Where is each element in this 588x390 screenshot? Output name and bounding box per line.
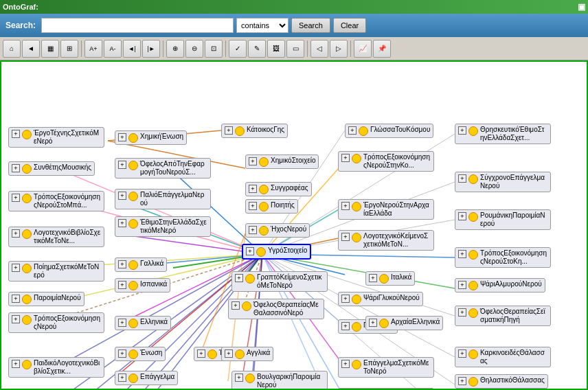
graph-node[interactable]: +ΧημικήΈνωση [115,130,187,145]
graph-node[interactable]: +ΌφελοςΘεραπείαςΣεϊσματικήΠηγή [455,306,551,326]
fit-button[interactable]: ⊡ [205,40,223,58]
node-expand-button[interactable]: + [348,126,357,135]
node-expand-button[interactable]: + [249,157,257,165]
graph-node[interactable]: +ΠαιδικόΛογοτεχνικόΒιβλίοΣχετικ... [8,357,104,378]
node-expand-button[interactable]: + [246,247,254,255]
node-expand-button[interactable]: + [118,281,126,289]
graph-node[interactable]: +ΠοίημαΣχετικόΜεΤοΝερό [8,261,104,282]
node-expand-button[interactable]: + [118,349,126,358]
graph-node[interactable]: +ΚάτοικοςΓης [221,124,288,138]
graph-node[interactable]: +ΘηλαστικόΘάλασσας [455,374,548,389]
window-controls[interactable]: ▣ [578,2,585,12]
font-larger-button[interactable]: A+ [84,40,102,58]
home-button[interactable]: ⌂ [3,40,21,58]
node-expand-button[interactable]: + [458,281,466,289]
pin-button[interactable]: 📌 [373,40,391,58]
chart-button[interactable]: 📈 [354,40,372,58]
graph-node[interactable]: +Ιταλικά [365,271,415,286]
node-expand-button[interactable]: + [458,250,466,258]
prev-button[interactable]: ◁ [310,40,328,58]
node-expand-button[interactable]: + [12,130,20,138]
node-expand-button[interactable]: + [118,260,126,268]
node-expand-button[interactable]: + [341,233,350,241]
node-expand-button[interactable]: + [249,185,257,193]
graph-node[interactable]: +ΥγρόΣτοιχείο [242,244,311,260]
node-expand-button[interactable]: + [341,360,350,368]
rect-button[interactable]: ▭ [286,40,304,58]
edit-button[interactable]: ✎ [248,40,266,58]
search-input[interactable] [41,18,234,33]
graph-node[interactable]: +Επάγγελμα [115,371,178,385]
node-expand-button[interactable]: + [458,174,466,183]
graph-node[interactable]: +ΤρόποςΕξοικονόμησηςΝερούΣτοΜπά... [8,191,104,211]
node-expand-button[interactable]: + [231,301,240,310]
graph-node[interactable]: +ΠαροιμίαΝερού [8,292,84,306]
check-button[interactable]: ✓ [229,40,247,58]
node-expand-button[interactable]: + [341,295,350,303]
node-expand-button[interactable]: + [118,319,126,327]
node-expand-button[interactable]: + [249,202,257,210]
node-expand-button[interactable]: + [12,194,20,202]
node-expand-button[interactable]: + [458,212,466,220]
zoom-out-button[interactable]: ⊖ [185,40,203,58]
graph-node[interactable]: +ΠαλιόΕπάγγελμαΝερού [115,189,211,209]
node-expand-button[interactable]: + [12,264,20,272]
align-right-button[interactable]: |► [142,40,160,58]
graph-node[interactable]: +ΈργοΝερούΣτηνΑρχαίαΕλλάδα [338,199,434,220]
node-expand-button[interactable]: + [197,349,205,358]
align-left-button[interactable]: ◄| [123,40,141,58]
graph-node[interactable]: +ΨάριΑλμυρούΝερού [455,278,545,292]
node-expand-button[interactable]: + [341,154,350,162]
graph-node[interactable]: +ΕπάγγελμαΣχετικόΜεΤοΝερό [338,357,434,378]
graph-node[interactable]: +ΉχοςΝερού [245,223,310,238]
graph-node[interactable]: +ΤρόποςΕξοικονόμησηςΝερούΣτοΚη... [455,247,551,268]
node-expand-button[interactable]: + [458,377,466,385]
node-expand-button[interactable]: + [458,308,466,317]
graph-node[interactable]: +Αγγλικά [221,347,273,361]
graph-node[interactable]: +ΑρχαίαΕλληνικά [365,316,443,330]
layout-button[interactable]: ⊞ [60,40,78,58]
node-expand-button[interactable]: + [458,349,466,358]
node-expand-button[interactable]: + [12,360,20,368]
node-expand-button[interactable]: + [12,315,20,323]
graph-node[interactable]: +ΛογοτεχνικόΒιβλίοΣχετικόΜεΤοΝε... [8,227,104,247]
graph-node[interactable]: +ΒουλγαρικήΠαροιμίαΝερού [231,371,328,390]
node-expand-button[interactable]: + [225,126,233,135]
node-expand-button[interactable]: + [118,374,126,382]
graph-node[interactable]: +ΈργοΤέχνηςΣχετικόΜεΝερό [8,127,104,148]
back-button[interactable]: ◄ [22,40,40,58]
node-expand-button[interactable]: + [118,219,126,227]
search-type-select[interactable]: contains starts with ends with exact [236,18,289,33]
next-button[interactable]: ▷ [330,40,348,58]
node-expand-button[interactable]: + [118,161,126,169]
zoom-in-button[interactable]: ⊕ [166,40,184,58]
graph-node[interactable]: +ΨάριΓλυκούΝερού [338,292,423,306]
clear-button[interactable]: Clear [333,18,366,33]
node-expand-button[interactable]: + [12,229,20,238]
graph-node[interactable]: +Γαλλικά [115,257,167,272]
font-smaller-button[interactable]: A- [104,40,122,58]
graph-node[interactable]: +ΘρησκευτικόΈθιμοΣτηνΕλλάδαΣχετ... [455,124,551,144]
graph-node[interactable]: +ΓραπτόΚείμενοΣχετικόΜεΤοΝερό [231,271,328,292]
node-expand-button[interactable]: + [235,274,243,282]
image-button[interactable]: 🖼 [267,40,285,58]
graph-node[interactable]: +ΧημικόΣτοιχείο [245,154,319,169]
graph-node[interactable]: +ΤρόποςΕξοικονόμησηςΝερούΣτηνΚο... [338,151,434,172]
node-expand-button[interactable]: + [369,274,377,282]
node-expand-button[interactable]: + [118,192,126,200]
graph-node[interactable]: +ΣύγχρονοΕπάγγελμαΝερού [455,172,551,192]
node-expand-button[interactable]: + [341,202,350,210]
graph-node[interactable]: +Ένωση [115,347,166,361]
graph-node[interactable]: +ΤρόποςΕξοικονόμησηςΝερού [8,312,104,333]
node-expand-button[interactable]: + [341,322,350,330]
graph-node[interactable]: +ΓλώσσαΤουΚόσμου [345,124,433,138]
graph-node[interactable]: +ΡουμάνικηΠαροιμίαΝερού [455,209,551,230]
graph-node[interactable]: +ΛογοτεχνικόΚείμενοΣχετικόΜεΤοΝ... [338,230,434,251]
graph-node[interactable]: +ΌφελοςΑπόΤηνΕφαρμογήΤουΝερούΣ... [115,158,211,179]
search-button[interactable]: Search [291,18,330,33]
graph-node[interactable]: +Ισπανικά [115,278,170,292]
graph-node[interactable]: +Ποιητής [245,199,298,214]
graph-node[interactable]: +ΚαρκινοειδέςΘάλασσας [455,347,551,367]
graph-node[interactable]: +ΈθιμοΣτηνΕλλάδαΣχετικόΜεΝερό [115,216,211,237]
node-expand-button[interactable]: + [225,349,233,358]
